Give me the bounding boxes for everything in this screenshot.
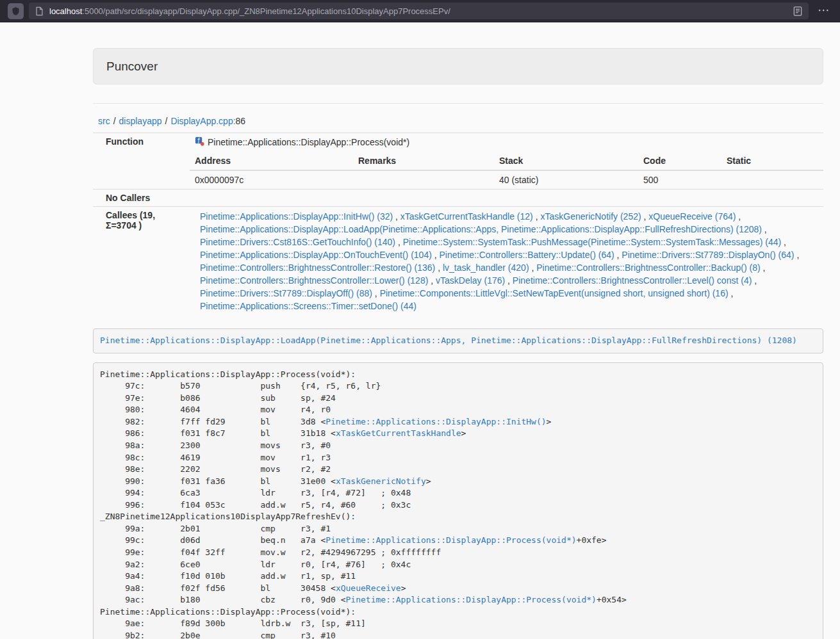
column-remarks: Remarks (353, 151, 494, 170)
breadcrumb-link-displayapp[interactable]: displayapp (119, 116, 162, 126)
symbol-link[interactable]: Pinetime::Applications::DisplayApp::Proc… (325, 535, 576, 545)
callee-link[interactable]: Pinetime::Drivers::St7789::DisplayOff() … (200, 288, 372, 298)
symbol-link[interactable]: Pinetime::Applications::DisplayApp::Init… (325, 417, 546, 426)
symbol-link[interactable]: xQueueReceive (336, 583, 401, 593)
url-path: :5000/path/src/displayapp/DisplayApp.cpp… (82, 6, 450, 16)
function-row-header: Function (93, 133, 190, 152)
function-name: Pinetime::Applications::DisplayApp::Proc… (208, 137, 409, 147)
cell-remarks (353, 170, 494, 189)
address-table-row: Address Remarks Stack Code Static 0x0000… (93, 151, 823, 190)
callee-link[interactable]: xTaskGenericNotify (252) (540, 211, 641, 222)
callee-link[interactable]: xQueueReceive (764) (648, 211, 736, 222)
assembly-block: Pinetime::Applications::DisplayApp::Proc… (93, 362, 823, 639)
callee-link[interactable]: Pinetime::Controllers::BrightnessControl… (513, 275, 752, 286)
breadcrumb-separator: / (165, 116, 168, 126)
callee-link[interactable]: Pinetime::Applications::DisplayApp::Load… (200, 224, 762, 234)
callee-link[interactable]: Pinetime::Controllers::BrightnessControl… (200, 263, 435, 273)
breadcrumb: src/displayapp/DisplayApp.cpp:86 (93, 116, 823, 126)
shield-icon (11, 6, 21, 16)
column-code: Code (638, 151, 721, 170)
callee-link[interactable]: Pinetime::System::SystemTask::PushMessag… (403, 237, 782, 247)
highlighted-symbol-block: Pinetime::Applications::DisplayApp::Load… (93, 328, 823, 353)
shield-extension-button[interactable] (8, 3, 24, 19)
column-stack: Stack (494, 151, 638, 170)
callees-row-header: Callees (19, Σ=3704 ) (93, 207, 190, 316)
function-table: Function ƒ Pinetime::Applications::Displ… (93, 133, 823, 316)
callee-link[interactable]: lv_task_handler (420) (443, 263, 529, 273)
breadcrumb-separator: / (113, 116, 116, 126)
cell-code: 500 (638, 170, 721, 189)
divider (93, 103, 823, 104)
no-callers-row: No Callers (93, 190, 823, 207)
reader-mode-icon[interactable] (793, 6, 802, 16)
breadcrumb-link-file[interactable]: DisplayApp.cpp: (170, 116, 235, 126)
symbol-link[interactable]: xTaskGenericNotify (336, 476, 426, 486)
callee-link[interactable]: Pinetime::Drivers::St7789::DisplayOn() (… (622, 250, 794, 260)
highlighted-symbol-link[interactable]: Pinetime::Applications::DisplayApp::Load… (100, 336, 797, 345)
overflow-menu-icon[interactable]: ⋯ (814, 4, 832, 18)
column-address: Address (190, 151, 353, 170)
url-text: localhost:5000/path/src/displayapp/Displ… (49, 6, 450, 16)
symbol-link[interactable]: xTaskGetCurrentTaskHandle (336, 428, 461, 438)
page-title: Puncover (106, 60, 810, 73)
address-bar[interactable]: localhost:5000/path/src/displayapp/Displ… (29, 3, 809, 19)
callees-list: Pinetime::Applications::DisplayApp::Init… (190, 207, 823, 316)
callee-link[interactable]: Pinetime::Components::LittleVgl::SetNewT… (380, 288, 729, 298)
symbol-link[interactable]: Pinetime::Applications::DisplayApp::Proc… (346, 595, 597, 604)
page-icon (35, 6, 44, 16)
callee-link[interactable]: Pinetime::Applications::DisplayApp::Init… (200, 211, 393, 222)
callee-link[interactable]: Pinetime::Controllers::BrightnessControl… (536, 263, 760, 273)
cell-address: 0x0000097c (190, 170, 353, 189)
callee-link[interactable]: Pinetime::Controllers::Battery::Update()… (440, 250, 614, 260)
breadcrumb-link-src[interactable]: src (98, 116, 110, 126)
page-header-panel: Puncover (93, 48, 823, 85)
cell-static (721, 170, 823, 189)
column-static: Static (721, 151, 823, 170)
cell-stack: 40 (static) (494, 170, 638, 189)
callee-link[interactable]: Pinetime::Drivers::Cst816S::GetTouchInfo… (200, 237, 395, 247)
callee-link[interactable]: xTaskGetCurrentTaskHandle (12) (400, 211, 533, 222)
address-table: Address Remarks Stack Code Static 0x0000… (190, 151, 823, 189)
browser-chrome: localhost:5000/path/src/displayapp/Displ… (0, 0, 840, 22)
assembly-code: Pinetime::Applications::DisplayApp::Proc… (100, 369, 627, 639)
page-container: Puncover src/displayapp/DisplayApp.cpp:8… (93, 48, 823, 639)
callee-link[interactable]: vTaskDelay (176) (436, 275, 505, 286)
callees-row: Callees (19, Σ=3704 ) Pinetime::Applicat… (93, 207, 823, 316)
breadcrumb-line-number: 86 (236, 116, 246, 126)
address-table-header-row: Address Remarks Stack Code Static (190, 151, 823, 170)
callee-link[interactable]: Pinetime::Controllers::BrightnessControl… (200, 275, 428, 286)
function-row: Function ƒ Pinetime::Applications::Displ… (93, 133, 823, 152)
address-table-data-row: 0x0000097c 40 (static) 500 (190, 170, 823, 189)
url-host: localhost (49, 6, 82, 16)
svg-text:ƒ: ƒ (197, 137, 201, 143)
function-icon: ƒ (195, 136, 204, 148)
no-callers-row-header: No Callers (93, 190, 190, 207)
callee-link[interactable]: Pinetime::Applications::DisplayApp::OnTo… (200, 250, 432, 260)
callee-link[interactable]: Pinetime::Applications::Screens::Timer::… (200, 301, 416, 311)
